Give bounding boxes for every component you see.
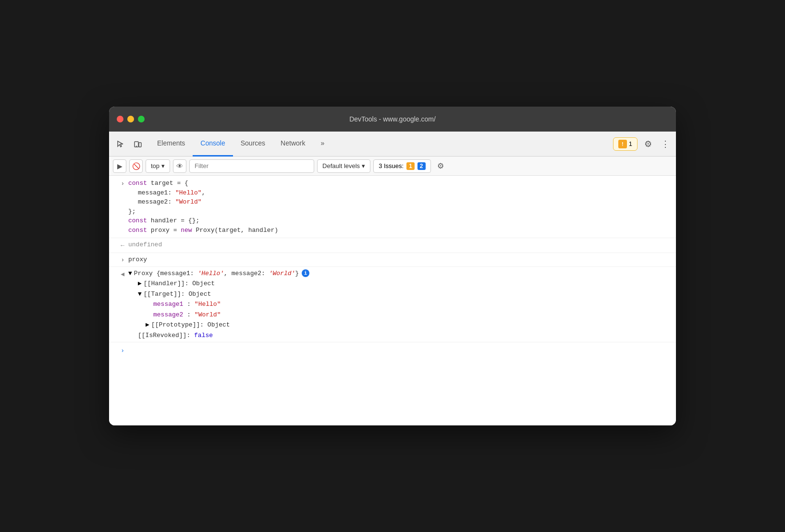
entry-undefined-text: undefined [128,240,672,250]
minimize-button[interactable] [127,116,134,122]
issues-count: 1 [629,140,632,147]
collapse-arrow-proxy[interactable]: ◀ [109,269,128,279]
traffic-lights [117,116,145,122]
clear-errors-button[interactable]: 🚫 [129,159,143,173]
run-scripts-button[interactable]: ▶ [113,159,126,173]
chevron-down-icon: ▾ [161,162,165,169]
window-title: DevTools - www.google.com/ [349,115,436,123]
inspect-icon[interactable] [113,136,128,152]
settings-button[interactable]: ⚙ [641,137,655,151]
run-icon: ▶ [117,162,123,170]
caret-right-handler[interactable]: ▶ [138,279,142,289]
context-label: top [151,162,159,169]
proxy-info-icon[interactable]: i [302,269,309,277]
filter-input[interactable] [189,159,314,173]
eye-button[interactable]: 👁 [173,159,186,173]
main-toolbar: Elements Console Sources Network » ! 1 ⚙… [109,132,676,157]
entry-proxy-text: proxy [128,255,672,265]
maximize-button[interactable] [138,116,145,122]
eye-icon: 👁 [176,162,183,170]
nav-tabs: Elements Console Sources Network » [149,132,613,157]
default-levels-dropdown[interactable]: Default levels ▾ [317,159,370,173]
expand-arrow-2[interactable]: › [109,255,128,265]
return-arrow-1: ← [109,240,128,251]
warn-icon: ! [618,140,627,148]
input-prompt: › [109,346,128,356]
titlebar: DevTools - www.google.com/ [109,107,676,132]
issues-count-badge[interactable]: 3 Issues: 1 2 [373,159,430,173]
caret-right-prototype[interactable]: ▶ [146,320,149,330]
expand-arrow-1[interactable]: › [109,179,128,188]
more-button[interactable]: ⋮ [659,137,672,151]
entry-content-1: const target = { message1: "Hello", mess… [128,179,672,235]
chevron-down-icon-levels: ▾ [362,162,365,169]
tab-sources[interactable]: Sources [233,132,273,157]
svg-rect-1 [139,143,141,147]
tab-console[interactable]: Console [193,132,233,157]
console-entry-proxy-input: › proxy [109,253,676,267]
toolbar-icons [113,136,146,152]
console-entry-undefined: ← undefined [109,238,676,253]
console-settings-button[interactable]: ⚙ [434,159,447,173]
tab-elements[interactable]: Elements [149,132,193,157]
tab-network[interactable]: Network [273,132,313,157]
console-entry-input-1: › const target = { message1: "Hello", me… [109,176,676,238]
console-input-line: › [109,342,676,360]
caret-down-target[interactable]: ▼ [138,290,142,299]
console-entry-proxy-output: ◀ ▼ Proxy {message1: 'Hello' , message2:… [109,267,676,343]
warn-count-badge: 1 [406,162,415,170]
issues-badge[interactable]: ! 1 [613,137,638,151]
close-button[interactable] [117,116,123,122]
console-toolbar: ▶ 🚫 top ▾ 👁 Default levels ▾ 3 Issues: 1… [109,157,676,176]
context-dropdown[interactable]: top ▾ [146,159,170,173]
issues-text: 3 Issues: [379,162,404,169]
devtools-window: DevTools - www.google.com/ Elements [109,107,676,425]
device-toolbar-icon[interactable] [130,136,146,152]
tab-more[interactable]: » [313,132,332,157]
toolbar-right: ! 1 ⚙ ⋮ [613,137,672,151]
caret-down-proxy[interactable]: ▼ [128,269,132,278]
proxy-output-content: ▼ Proxy {message1: 'Hello' , message2: '… [128,269,672,340]
info-count-badge: 2 [417,162,426,170]
block-icon: 🚫 [132,162,140,170]
default-levels-label: Default levels [322,162,360,169]
console-content: › const target = { message1: "Hello", me… [109,176,676,425]
